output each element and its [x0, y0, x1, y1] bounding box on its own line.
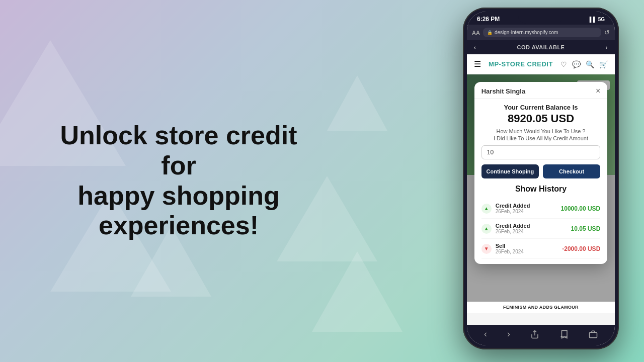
reload-icon[interactable]: ↺: [604, 29, 610, 36]
credit-up-icon: ▲: [481, 204, 492, 214]
cod-text: COD AVAILABLE: [517, 44, 565, 50]
hero-text-line3: experiences!: [99, 211, 259, 240]
whatsapp-icon[interactable]: 💬: [572, 60, 581, 68]
store-icons: ♡ 💬 🔍 🛒: [560, 60, 608, 68]
history-item-left: ▼ Sell 26Feb, 2024: [481, 243, 524, 254]
svg-rect-1: [590, 332, 597, 338]
hero-text-line1: Unlock store credit for: [60, 121, 297, 180]
history-amount: -2000.00 USD: [562, 245, 600, 252]
lock-icon: 🔒: [487, 30, 493, 35]
cod-bar: ‹ COD AVAILABLE ›: [467, 40, 615, 54]
credit-modal: Harshit Singla × Your Current Balance Is…: [474, 82, 608, 264]
credit-down-icon: ▼: [481, 244, 492, 254]
nav-bookmarks-icon[interactable]: [559, 330, 569, 339]
history-label: Credit Added: [496, 203, 530, 209]
balance-title: Your Current Balance Is: [481, 104, 601, 111]
history-list: ▲ Credit Added 26Feb, 2024 10000.00 USD: [481, 199, 601, 259]
phone-mockup: 6:26 PM ▌▌ 5G AA 🔒 design-intern.myshopi…: [463, 8, 619, 349]
phone-outer: 6:26 PM ▌▌ 5G AA 🔒 design-intern.myshopi…: [463, 8, 619, 349]
balance-amount: 8920.05 USD: [481, 112, 601, 125]
modal-user-name: Harshit Singla: [481, 87, 525, 95]
browser-url: design-intern.myshopify.com: [495, 30, 558, 35]
modal-action-buttons: Continue Shoping Checkout: [481, 164, 601, 178]
nav-share-icon[interactable]: [530, 330, 539, 339]
browser-url-wrap[interactable]: 🔒 design-intern.myshopify.com: [483, 28, 601, 37]
nav-tabs-icon[interactable]: [589, 330, 598, 339]
product-text: FEMINISM AND ADDS GLAMOUR: [467, 302, 615, 313]
hero-text: Unlock store credit for happy shopping e…: [40, 121, 317, 241]
store-header: ☰ MP-STORE CREDIT ♡ 💬 🔍 🛒: [467, 54, 615, 74]
modal-body: Your Current Balance Is 8920.05 USD How …: [474, 99, 608, 264]
history-date: 26Feb, 2024: [496, 209, 530, 214]
status-time: 6:26 PM: [477, 16, 500, 23]
store-name: MP-STORE CREDIT: [489, 60, 553, 68]
continue-shopping-button[interactable]: Continue Shoping: [481, 164, 539, 178]
wishlist-icon[interactable]: ♡: [560, 60, 567, 68]
modal-overlay: Harshit Singla × Your Current Balance Is…: [467, 74, 615, 313]
cod-right-arrow[interactable]: ›: [606, 44, 608, 50]
phone-inner: 6:26 PM ▌▌ 5G AA 🔒 design-intern.myshopi…: [467, 12, 615, 345]
cod-left-arrow[interactable]: ‹: [474, 44, 476, 50]
history-item: ▼ Sell 26Feb, 2024 -2000.00 USD: [481, 239, 601, 259]
search-icon[interactable]: 🔍: [586, 60, 594, 68]
phone-bottom-nav: ‹ ›: [467, 325, 615, 345]
modal-close-button[interactable]: ×: [596, 87, 600, 95]
history-label: Credit Added: [496, 223, 530, 229]
history-item-left: ▲ Credit Added 26Feb, 2024: [481, 223, 530, 234]
menu-icon[interactable]: ☰: [474, 59, 481, 69]
phone-notch: [518, 12, 564, 24]
credit-amount-input[interactable]: [481, 145, 601, 159]
credit-up-icon: ▲: [481, 224, 492, 234]
content-area: You Have Harshit Singla × Your Current B…: [467, 74, 615, 313]
history-item-left: ▲ Credit Added 26Feb, 2024: [481, 203, 530, 214]
hero-text-line2: happy shopping: [77, 181, 280, 210]
balance-question: How Much Would You Like To Use ?: [481, 128, 601, 134]
history-amount: 10.05 USD: [571, 225, 601, 232]
modal-header: Harshit Singla ×: [474, 82, 608, 99]
hero-section: Unlock store credit for happy shopping e…: [40, 121, 317, 241]
browser-aa-label[interactable]: AA: [472, 30, 480, 36]
checkout-button[interactable]: Checkout: [543, 164, 600, 178]
history-label: Sell: [496, 243, 524, 249]
history-item: ▲ Credit Added 26Feb, 2024 10000.00 USD: [481, 199, 601, 219]
history-amount: 10000.00 USD: [561, 205, 601, 212]
cart-icon[interactable]: 🛒: [599, 60, 608, 68]
history-date: 26Feb, 2024: [496, 229, 530, 234]
history-title: Show History: [481, 185, 601, 194]
history-date: 26Feb, 2024: [496, 249, 524, 254]
status-icons: ▌▌ 5G: [590, 17, 605, 22]
nav-forward-icon[interactable]: ›: [507, 329, 510, 339]
nav-back-icon[interactable]: ‹: [484, 329, 487, 339]
browser-bar: AA 🔒 design-intern.myshopify.com ↺: [467, 25, 615, 40]
history-item: ▲ Credit Added 26Feb, 2024 10.05 USD: [481, 219, 601, 239]
balance-use-all: I Did Like To Use All My Credit Amount: [481, 135, 601, 141]
